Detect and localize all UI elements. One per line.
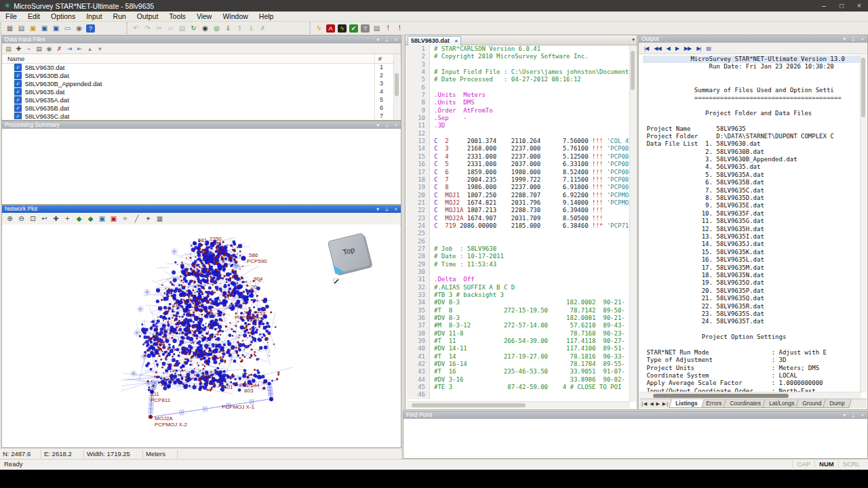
- redo-icon[interactable]: ↷: [142, 24, 153, 33]
- plot-canvas[interactable]: 5812350586PCP59090420412197532827PCP8034…: [3, 224, 400, 447]
- copy-down-icon[interactable]: ⇓: [246, 24, 256, 33]
- menu-edit[interactable]: Edit: [22, 12, 45, 21]
- import-icon[interactable]: ⇓: [223, 24, 233, 33]
- file-row[interactable]: ✓58LV9630B.dat2: [2, 71, 393, 79]
- delete-file-icon[interactable]: ✗: [55, 45, 64, 53]
- delete-view-icon[interactable]: ▣: [108, 214, 119, 224]
- editor-tab[interactable]: 58LV9630.dat ×: [408, 36, 461, 45]
- tab-close-icon[interactable]: ×: [454, 38, 458, 44]
- zoom-window-icon[interactable]: ⊡: [28, 214, 38, 224]
- warning-points-icon[interactable]: !: [383, 24, 393, 33]
- output-vscrollbar-thumb[interactable]: [861, 58, 865, 117]
- cut-icon[interactable]: ✂: [154, 24, 164, 33]
- copy-icon[interactable]: ▱: [165, 24, 176, 33]
- panel-buttons[interactable]: ▾ ⊥ ×: [376, 121, 399, 129]
- menu-view[interactable]: View: [191, 12, 218, 21]
- undo-icon[interactable]: ↶: [131, 24, 141, 33]
- menu-options[interactable]: Options: [45, 12, 81, 21]
- add-files-icon[interactable]: ▤: [4, 45, 13, 53]
- tab-scroll-buttons[interactable]: |◀ ◀ ▶ ▶|: [639, 399, 670, 407]
- file-checkbox[interactable]: ✓: [14, 80, 22, 87]
- maximize-button[interactable]: □: [833, 0, 850, 12]
- file-row[interactable]: ✓58LV9630B_Appended.dat3: [2, 79, 393, 87]
- pan-icon[interactable]: ✚: [51, 214, 61, 224]
- zoom-previous-icon[interactable]: ↩: [39, 214, 50, 224]
- import-file-icon[interactable]: ⇥: [65, 45, 74, 53]
- panel-buttons[interactable]: ▾ ⊥ ×: [843, 411, 866, 419]
- save-view-icon[interactable]: ▣: [97, 214, 107, 224]
- print-icon[interactable]: ▭: [62, 24, 73, 33]
- center-point-icon[interactable]: +: [62, 214, 73, 224]
- view-file-icon[interactable]: ◉: [45, 45, 54, 53]
- last-page-icon[interactable]: ▶|: [696, 45, 701, 52]
- file-row[interactable]: ✓58LV9635B.dat6: [2, 104, 393, 112]
- check-data-icon[interactable]: ✔: [349, 24, 358, 33]
- point-labels-icon[interactable]: ✧: [120, 214, 130, 224]
- zoom-in-icon[interactable]: ⊕: [5, 214, 15, 224]
- menu-window[interactable]: Window: [217, 12, 253, 21]
- move-down-icon[interactable]: ▾: [96, 45, 104, 53]
- minimize-button[interactable]: –: [815, 0, 833, 12]
- find-icon[interactable]: ◉: [200, 24, 210, 33]
- file-row[interactable]: ✓58LV9630.dat1: [2, 63, 393, 71]
- plot-settings-icon[interactable]: ✦: [143, 214, 153, 224]
- errors-log-icon[interactable]: A: [326, 24, 335, 33]
- next-page-icon[interactable]: ▶: [675, 45, 679, 52]
- files-scrollbar-thumb[interactable]: [395, 73, 399, 96]
- view-errors-icon[interactable]: ▤: [372, 24, 382, 33]
- new-file-icon[interactable]: ▤: [16, 24, 26, 33]
- run-batch-icon[interactable]: ϟ: [338, 24, 347, 33]
- menu-file[interactable]: File: [0, 12, 22, 21]
- print-preview-icon[interactable]: ◉: [74, 24, 84, 33]
- panel-buttons[interactable]: ▾ ⊥ ×: [376, 36, 399, 43]
- zoom-all-icon[interactable]: ◆: [85, 214, 96, 224]
- page-setup-icon[interactable]: ▤: [706, 45, 711, 52]
- file-checkbox[interactable]: ✓: [14, 72, 22, 79]
- zoom-extents-icon[interactable]: ◆: [74, 214, 84, 224]
- run-adjustment-icon[interactable]: ϟ: [314, 24, 324, 33]
- warning-traverse-icon[interactable]: !: [395, 24, 405, 33]
- export-file-icon[interactable]: ⇤: [75, 45, 84, 53]
- first-page-icon[interactable]: |◀: [644, 45, 648, 52]
- file-row[interactable]: ✓58LV9635.dat4: [2, 87, 393, 96]
- file-checkbox[interactable]: ✓: [14, 96, 22, 104]
- next-section-icon[interactable]: ▶▶: [684, 45, 691, 52]
- insert-file-icon[interactable]: ✚: [14, 45, 23, 53]
- output-listing[interactable]: MicroSurvey STAR*NET-Ultimate Version 13…: [643, 56, 861, 392]
- workspace-icon[interactable]: ▦: [5, 24, 15, 33]
- line-tool-icon[interactable]: ╱: [132, 214, 142, 224]
- save-icon[interactable]: ▣: [39, 24, 50, 33]
- view-3d-icon[interactable]: ▦: [155, 214, 165, 224]
- close-button[interactable]: ×: [850, 0, 868, 12]
- menu-output[interactable]: Output: [132, 12, 164, 21]
- view-listing-icon[interactable]: ?: [361, 24, 370, 33]
- open-project-icon[interactable]: ▣: [28, 24, 38, 33]
- editor-hscrollbar[interactable]: [406, 401, 630, 409]
- save-all-icon[interactable]: ▣: [51, 24, 61, 33]
- paste-icon[interactable]: ▤: [177, 24, 187, 33]
- panel-buttons[interactable]: ▾ ⊥ ×: [376, 205, 399, 213]
- help-icon[interactable]: ?: [86, 24, 95, 33]
- menu-help[interactable]: Help: [254, 12, 279, 21]
- file-checkbox[interactable]: ✓: [14, 88, 22, 96]
- file-checkbox[interactable]: ✓: [14, 113, 22, 120]
- column-header-name[interactable]: Name: [7, 55, 24, 62]
- delete-icon[interactable]: ✗: [258, 24, 268, 33]
- new-data-file-icon[interactable]: ▤: [35, 45, 43, 53]
- menu-input[interactable]: Input: [81, 12, 107, 21]
- move-up-icon[interactable]: ▴: [85, 45, 94, 53]
- column-header-number[interactable]: #: [378, 55, 382, 62]
- file-row[interactable]: ✓58LV9635C.dat7: [2, 112, 393, 119]
- menu-run[interactable]: Run: [108, 12, 132, 21]
- editor-vscrollbar-thumb[interactable]: [631, 51, 635, 90]
- copy-up-icon[interactable]: ⇑: [235, 24, 245, 33]
- file-checkbox[interactable]: ✓: [14, 64, 22, 71]
- prev-page-icon[interactable]: ◀: [667, 45, 670, 52]
- output-tab-dump[interactable]: Dump: [823, 399, 851, 408]
- refresh-icon[interactable]: ↻: [189, 24, 199, 33]
- output-hscrollbar-thumb[interactable]: [653, 394, 789, 398]
- zoom-out-icon[interactable]: ⊖: [16, 214, 26, 224]
- editor-vscrollbar[interactable]: [629, 45, 636, 402]
- prev-section-icon[interactable]: ◀◀: [654, 45, 660, 52]
- editor-content[interactable]: 1# STAR*CARLSON Version 6.0.412# Copyrig…: [406, 45, 630, 402]
